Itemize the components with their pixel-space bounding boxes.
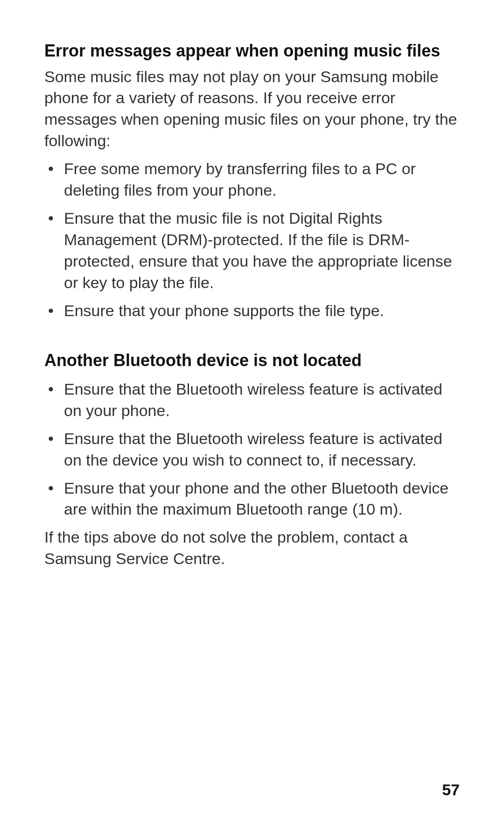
list-item: Ensure that the Bluetooth wireless featu… (44, 379, 460, 422)
list-item: Free some memory by transferring files t… (44, 158, 460, 201)
list-item: Ensure that your phone and the other Blu… (44, 478, 460, 521)
section2-bullet-list: Ensure that the Bluetooth wireless featu… (44, 379, 460, 520)
manual-page: Error messages appear when opening music… (0, 0, 504, 827)
list-item: Ensure that your phone supports the file… (44, 300, 460, 322)
list-item: Ensure that the music file is not Digita… (44, 208, 460, 294)
list-item: Ensure that the Bluetooth wireless featu… (44, 428, 460, 471)
section1-intro: Some music files may not play on your Sa… (44, 66, 460, 152)
section1-bullet-list: Free some memory by transferring files t… (44, 158, 460, 321)
section2-heading: Another Bluetooth device is not located (44, 349, 460, 372)
section1-heading: Error messages appear when opening music… (44, 40, 460, 63)
section2-closing: If the tips above do not solve the probl… (44, 527, 460, 570)
page-number: 57 (442, 781, 460, 799)
